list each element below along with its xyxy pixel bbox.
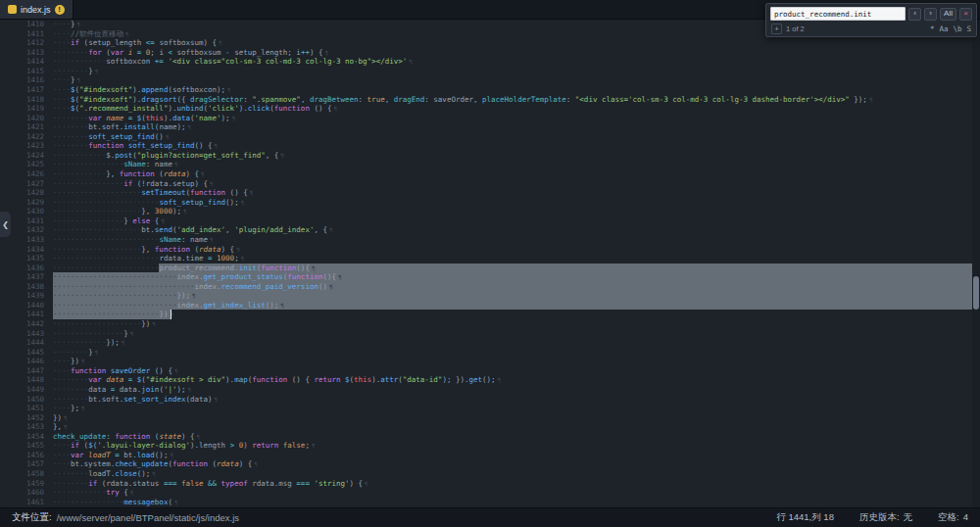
code-line[interactable]: 1437····························index.ge… <box>0 272 980 282</box>
code-line[interactable]: 1434····················}, function (rda… <box>0 245 980 255</box>
code-line[interactable]: 1456····var loadT = bt.load(); <box>0 451 980 460</box>
scrollbar-thumb[interactable] <box>973 276 979 310</box>
code-line[interactable]: 1431················} else { <box>0 216 980 226</box>
line-number: 1423 <box>0 141 53 151</box>
indent-whitespace: ···················· <box>53 319 141 328</box>
line-number: 1413 <box>0 48 53 58</box>
indent-whitespace: ········ <box>53 141 88 150</box>
code-line[interactable]: 1441························}) <box>0 310 980 319</box>
code-line[interactable]: 1416····} <box>0 75 980 85</box>
search-all-button[interactable]: All <box>940 8 956 21</box>
code-line[interactable]: 1433························sName: name <box>0 235 980 245</box>
line-number: 1416 <box>0 75 53 85</box>
code-line[interactable]: 1452}) <box>0 413 980 423</box>
code-line[interactable]: 1422········soft_setup_find() <box>0 132 980 142</box>
code-line[interactable]: 1430····················}, 3000); <box>0 207 980 216</box>
code-line[interactable]: 1421········bt.soft.install(name); <box>0 122 980 132</box>
indent-whitespace: ········ <box>53 122 88 131</box>
indent-whitespace: ···· <box>53 404 71 412</box>
code-line[interactable]: 1427················if (!rdata.setup) { <box>0 179 980 189</box>
code-line[interactable]: 1445········} <box>0 348 980 358</box>
line-number: 1451 <box>0 404 53 413</box>
code-line[interactable]: 1435························rdata.time =… <box>0 254 980 264</box>
code-line[interactable]: 1443················} <box>0 329 980 339</box>
indent-whitespace: ························ <box>53 254 159 263</box>
indent-whitespace: ···· <box>53 366 71 375</box>
line-number: 1444 <box>0 338 53 348</box>
indent-whitespace: ········ <box>53 469 88 478</box>
scrollbar[interactable] <box>972 20 980 507</box>
indent-whitespace: ························ <box>53 264 159 272</box>
code-line[interactable]: 1429························soft_setup_f… <box>0 198 980 208</box>
code-line[interactable]: 1425················sName: name <box>0 160 980 169</box>
line-number: 1459 <box>0 479 53 489</box>
code-line[interactable]: 1413········for (var i = 0; i < softboxs… <box>0 48 980 58</box>
indent-whitespace: ············ <box>53 151 106 160</box>
code-line[interactable]: 1428····················setTimeout(funct… <box>0 188 980 198</box>
code-line[interactable]: 1420········var name = $(this).data('nam… <box>0 114 980 123</box>
search-prev-button[interactable]: ‹ <box>908 8 921 21</box>
code-line[interactable]: 1457····bt.system.check_update(function … <box>0 459 980 469</box>
search-input[interactable] <box>770 7 906 21</box>
code-line[interactable]: 1426············}, function (rdata) { <box>0 169 980 179</box>
search-word-toggle[interactable]: \b <box>953 24 961 33</box>
code-line[interactable]: 1444············}); <box>0 338 980 348</box>
panel-collapse-button[interactable]: ❮ <box>0 212 11 237</box>
search-expand-replace-button[interactable]: + <box>771 24 782 34</box>
line-number: 1428 <box>0 188 53 198</box>
line-number: 1454 <box>0 432 53 442</box>
code-line[interactable]: 1447····function saveOrder () { <box>0 366 980 376</box>
line-number: 1440 <box>0 301 53 311</box>
code-line[interactable]: 1439····························}); <box>0 291 980 301</box>
search-selection-toggle[interactable]: S <box>966 24 971 33</box>
line-number: 1457 <box>0 459 53 469</box>
code-line[interactable]: 1461················messagebox( <box>0 498 980 507</box>
indent-whitespace: ················ <box>53 216 123 225</box>
history-value: 无 <box>904 511 913 524</box>
search-close-icon[interactable]: × <box>959 8 972 21</box>
code-line[interactable]: 1453}, <box>0 422 980 432</box>
code-line[interactable]: 1432····················bt.send('add_ind… <box>0 225 980 235</box>
tab-index-js[interactable]: index.js ! <box>0 0 74 19</box>
search-case-toggle[interactable]: Aa <box>939 24 948 33</box>
code-line[interactable]: 1448········var data = $("#indexsoft > d… <box>0 375 980 385</box>
code-line[interactable]: 1449········data = data.join('|'); <box>0 385 980 395</box>
code-line[interactable]: 1459········if (rdata.status === false &… <box>0 479 980 489</box>
code-line[interactable]: 1419····$(".recommend_install").unbind('… <box>0 104 980 114</box>
code-line[interactable]: 1442····················}) <box>0 319 980 329</box>
indent-spaces[interactable]: 空格: 4 <box>938 511 968 524</box>
code-line[interactable]: 1415········} <box>0 67 980 76</box>
file-location-label: 文件位置: <box>12 511 52 524</box>
code-line[interactable]: 1438································inde… <box>0 282 980 292</box>
code-editor[interactable]: 1410····}1411····//软件位置移动1412····if (set… <box>0 20 980 507</box>
indent-whitespace: ···························· <box>53 301 176 310</box>
indent-whitespace: ········ <box>53 395 88 404</box>
indent-whitespace: ···· <box>53 75 71 84</box>
code-line[interactable]: 1436························product_reco… <box>0 264 980 273</box>
code-line[interactable]: 1458········loadT.close(); <box>0 469 980 479</box>
code-line[interactable]: 1414············softboxcon += '<div clas… <box>0 57 980 67</box>
line-number: 1448 <box>0 375 53 385</box>
indent-whitespace: ···················· <box>53 207 141 216</box>
code-line[interactable]: 1424············$.post("plugin?action=ge… <box>0 151 980 161</box>
code-lines: 1410····}1411····//软件位置移动1412····if (set… <box>0 20 980 506</box>
line-number: 1422 <box>0 132 53 142</box>
line-number: 1437 <box>0 272 53 282</box>
code-line[interactable]: 1455····if ($('.layui-layer-dialog').len… <box>0 441 980 451</box>
code-line[interactable]: 1423········function soft_setup_find() { <box>0 141 980 151</box>
code-line[interactable]: 1446····}) <box>0 357 980 366</box>
line-number: 1419 <box>0 104 53 114</box>
indent-whitespace: ········ <box>53 375 88 384</box>
code-line[interactable]: 1454check_update: function (state) { <box>0 432 980 442</box>
code-line[interactable]: 1418····$("#indexsoft").dragsort({ dragS… <box>0 95 980 105</box>
indent-whitespace: ································ <box>53 282 195 291</box>
code-line[interactable]: 1412····if (setup_length <= softboxsum) … <box>0 38 980 48</box>
search-regex-toggle[interactable]: * <box>930 24 935 33</box>
code-line[interactable]: 1440····························index.ge… <box>0 301 980 311</box>
code-line[interactable]: 1450········bt.soft.set_sort_index(data) <box>0 395 980 405</box>
search-next-button[interactable]: › <box>924 8 937 21</box>
code-line[interactable]: 1451····}; <box>0 404 980 413</box>
code-line[interactable]: 1417····$("#indexsoft").append(softboxco… <box>0 85 980 95</box>
code-line[interactable]: 1460············try { <box>0 488 980 498</box>
history-version[interactable]: 历史版本: 无 <box>859 511 912 524</box>
